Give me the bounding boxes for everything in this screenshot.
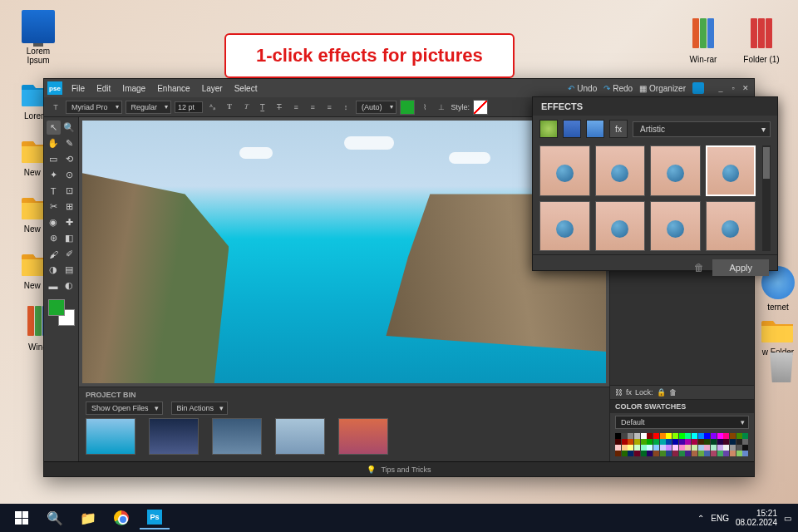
wand-tool[interactable]: ✦ [47,168,61,182]
search-button[interactable]: 🔍 [40,506,70,530]
color-swatch[interactable] [685,433,691,439]
color-swatch[interactable] [615,451,621,456]
align-right-icon[interactable]: ≡ [323,101,336,114]
color-swatch[interactable] [717,445,723,451]
color-swatch[interactable] [717,451,723,456]
color-swatch[interactable] [634,451,640,456]
bucket-tool[interactable]: ◑ [47,263,61,277]
color-swatch[interactable] [723,439,729,445]
color-swatch[interactable] [698,433,704,439]
color-swatch[interactable] [647,445,653,451]
color-swatch[interactable] [711,439,717,445]
italic-icon[interactable]: 𝑇 [239,101,253,114]
align-center-icon[interactable]: ≡ [306,101,319,114]
menu-enhance[interactable]: Enhance [155,84,192,93]
warp-icon[interactable]: ⌇ [418,101,431,114]
menu-layer[interactable]: Layer [200,84,225,93]
organizer-button[interactable]: ▦Organizer [639,84,686,93]
heal-tool[interactable]: ✚ [62,215,76,229]
hand-tool[interactable]: ✋ [47,136,61,150]
color-swatch[interactable] [660,433,666,439]
effect-thumbnail[interactable] [595,201,646,252]
effect-thumbnail[interactable] [706,201,756,252]
color-swatch[interactable] [723,433,729,439]
color-swatch[interactable] [622,433,628,439]
color-swatch[interactable] [711,433,717,439]
color-swatch[interactable] [666,451,672,456]
menu-edit[interactable]: Edit [94,84,113,93]
eyedropper-tool[interactable]: ✎ [62,136,76,150]
color-swatch[interactable] [685,445,691,451]
color-swatch[interactable] [628,445,633,451]
font-size-input[interactable]: 12 pt [175,101,203,113]
pse-taskbar-button[interactable]: Ps [140,506,170,530]
color-swatch[interactable] [679,451,685,456]
canvas[interactable] [82,121,606,383]
clone-tool[interactable]: ⊛ [47,231,61,245]
notifications-button[interactable]: ▭ [784,514,791,523]
minimize-button[interactable]: _ [716,84,726,92]
antialiasing-icon[interactable]: ᴬₐ [206,101,219,114]
color-swatch[interactable] [647,439,653,445]
color-swatch[interactable] [704,445,710,451]
color-swatch[interactable] [736,433,742,439]
color-swatch[interactable] [742,445,748,451]
lasso-tool[interactable]: ⟲ [62,152,76,166]
color-swatch[interactable] [634,433,640,439]
color-swatch[interactable] [634,439,640,445]
show-open-dropdown[interactable]: Show Open Files [86,401,163,415]
type-tool[interactable]: T [47,184,61,198]
home-button[interactable] [692,82,704,94]
color-swatch[interactable] [736,439,742,445]
desktop-icon-trash[interactable] [758,349,798,386]
color-swatch[interactable] [672,433,678,439]
color-swatch[interactable] [692,445,697,451]
color-swatch[interactable] [660,451,666,456]
color-swatch[interactable] [622,451,628,456]
clock[interactable]: 15:21 08.02.2024 [736,509,777,527]
color-swatch[interactable] [672,439,678,445]
brush-tool[interactable]: 🖌 [47,247,61,261]
effect-thumbnail[interactable] [539,145,590,196]
effects-trash-button[interactable]: 🗑 [694,262,704,273]
color-swatch[interactable] [641,433,647,439]
color-swatch[interactable] [666,445,672,451]
zoom-tool[interactable]: 🔍 [62,121,76,135]
color-swatch[interactable] [730,439,736,445]
effect-thumbnail[interactable] [595,145,646,196]
tips-link[interactable]: Tips and Tricks [381,466,431,474]
maximize-button[interactable]: ▫ [728,84,738,92]
color-swatch[interactable] [647,433,653,439]
color-swatch[interactable] [736,451,742,456]
color-swatch[interactable] [711,451,717,456]
color-swatch[interactable] [717,439,723,445]
bin-thumbnail[interactable] [149,418,199,455]
color-swatch[interactable] [704,451,710,456]
trash-icon[interactable]: 🗑 [669,388,677,397]
color-swatch[interactable] [672,445,678,451]
start-button[interactable] [7,506,37,530]
color-swatch[interactable] [730,451,736,456]
language-indicator[interactable]: ENG [711,514,729,523]
chrome-button[interactable] [106,506,136,530]
color-swatch[interactable] [730,433,736,439]
redeye-tool[interactable]: ◉ [47,215,61,229]
effects-tab-filters[interactable] [539,120,558,138]
color-swatch[interactable] [622,439,628,445]
eraser-tool[interactable]: ◧ [62,231,76,245]
color-swatch[interactable] [666,433,672,439]
color-swatch[interactable] [653,445,659,451]
color-swatch[interactable] [711,445,717,451]
color-swatch[interactable] [685,439,691,445]
weight-dropdown[interactable]: Regular [126,101,172,114]
color-swatch[interactable] [615,439,621,445]
sponge-tool[interactable]: ◐ [62,278,76,293]
color-swatch[interactable] [666,439,672,445]
leading-dropdown[interactable]: (Auto) [356,101,397,114]
color-swatch[interactable] [698,451,704,456]
recompose-tool[interactable]: ⊞ [62,200,76,214]
menu-file[interactable]: File [69,84,87,93]
text-color-swatch[interactable] [400,100,415,115]
color-swatch[interactable] [647,451,653,456]
color-swatch[interactable] [685,451,691,456]
